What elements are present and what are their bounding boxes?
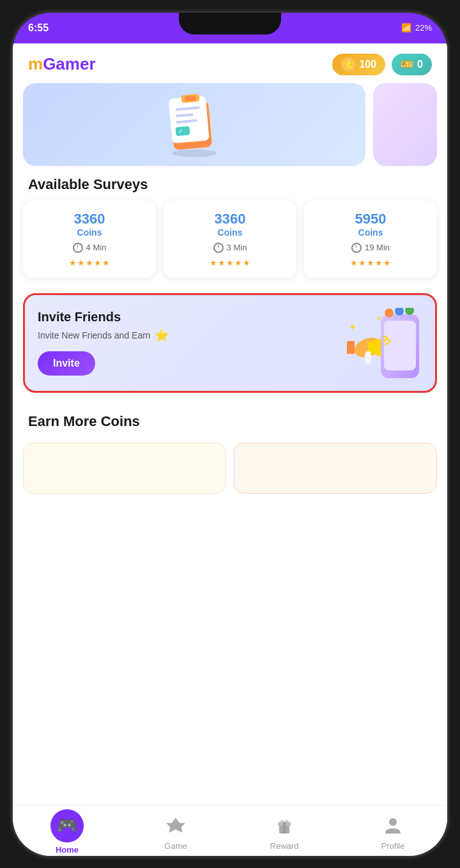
invite-button[interactable]: Invite <box>38 351 95 376</box>
clock-icon-2 <box>213 243 224 253</box>
earn-cards-row <box>13 438 447 494</box>
clock-icon-1 <box>73 243 83 253</box>
svg-point-0 <box>172 149 217 157</box>
nav-item-profile[interactable]: Profile <box>339 813 447 833</box>
banner-card-right[interactable] <box>373 83 437 166</box>
svg-rect-4 <box>185 95 197 102</box>
coins-count: 100 <box>359 59 376 70</box>
clock-icon-3 <box>351 243 362 253</box>
svg-rect-11 <box>384 321 416 370</box>
survey-stars-3: ★★★★★ <box>350 258 392 268</box>
survey-card-2[interactable]: 3360 Coins 3 Min ★★★★★ <box>164 201 296 278</box>
nav-item-reward[interactable]: Reward <box>230 813 339 833</box>
profile-icon <box>380 813 406 833</box>
invite-title: Invite Friends <box>38 310 346 324</box>
clipboard-svg: ✓ <box>159 89 229 160</box>
svg-point-24 <box>389 818 397 826</box>
invite-desc: Invite New Friends and Earn ⭐ <box>38 328 346 342</box>
scroll-content[interactable]: ✓ Available Surveys 3360 Coins <box>13 83 447 833</box>
svg-point-12 <box>385 308 394 317</box>
banner-card-main: ✓ <box>23 83 365 166</box>
survey-coins-label-3: Coins <box>358 227 383 238</box>
survey-coins-3: 5950 <box>355 211 387 227</box>
survey-card-1[interactable]: 3360 Coins 4 Min ★★★★★ <box>23 201 156 278</box>
home-icon: 🎮 <box>50 809 84 833</box>
logo-gamer: Gamer <box>43 54 95 73</box>
survey-coins-label-1: Coins <box>77 227 102 238</box>
survey-coins-2: 3360 <box>215 211 246 227</box>
ticket-badge[interactable]: 🎫 0 <box>392 54 432 75</box>
invite-text-section: Invite Friends Invite New Friends and Ea… <box>38 310 346 376</box>
surveys-row: 3360 Coins 4 Min ★★★★★ 3360 Coins 3 Min <box>13 201 447 288</box>
survey-stars-2: ★★★★★ <box>210 258 251 268</box>
survey-time-1: 4 Min <box>73 243 107 253</box>
survey-coins-1: 3360 <box>74 211 105 227</box>
svg-rect-23 <box>283 822 286 833</box>
ticket-icon: 🎫 <box>401 58 413 70</box>
svg-marker-16 <box>347 341 355 354</box>
earn-card-1[interactable] <box>23 443 226 494</box>
banner-main[interactable]: ✓ <box>23 83 365 166</box>
surveys-section-title: Available Surveys <box>13 166 447 201</box>
survey-time-3: 19 Min <box>351 243 390 253</box>
bottom-nav: 🎮 Home Game <box>13 805 447 833</box>
phone-frame: 6:55 📶 22% mGamer ⭐ 100 🎫 0 <box>13 13 447 856</box>
invite-banner[interactable]: Invite Friends Invite New Friends and Ea… <box>23 293 437 393</box>
top-bar: mGamer ⭐ 100 🎫 0 <box>13 43 447 83</box>
invite-svg: ✦ ✦ <box>346 308 429 385</box>
earn-section-title: Earn More Coins <box>13 403 447 438</box>
svg-point-14 <box>405 308 414 315</box>
invite-coin-icon: ⭐ <box>155 328 169 342</box>
battery-icon: 22% <box>415 23 432 33</box>
coins-badge[interactable]: ⭐ 100 <box>332 54 385 75</box>
notch <box>179 13 281 34</box>
earn-section: Earn More Coins <box>13 403 447 504</box>
game-icon <box>163 813 188 833</box>
svg-text:✦: ✦ <box>349 322 356 332</box>
app-logo: mGamer <box>28 54 96 74</box>
coin-icon: ⭐ <box>341 57 355 72</box>
status-icons: 📶 22% <box>401 23 432 33</box>
ticket-count: 0 <box>417 59 423 70</box>
reward-icon <box>272 813 297 833</box>
svg-rect-2 <box>169 95 210 143</box>
svg-text:✦: ✦ <box>376 315 381 322</box>
svg-rect-18 <box>365 351 371 364</box>
earn-card-2[interactable] <box>234 443 437 494</box>
logo-m: m <box>28 54 43 73</box>
app-screen: mGamer ⭐ 100 🎫 0 <box>13 43 447 833</box>
banner-row: ✓ <box>13 83 447 166</box>
survey-stars-1: ★★★★★ <box>69 258 111 268</box>
survey-card-3[interactable]: 5950 Coins 19 Min ★★★★★ <box>304 201 437 278</box>
nav-item-home[interactable]: 🎮 Home <box>13 809 121 833</box>
survey-time-2: 3 Min <box>213 243 247 253</box>
svg-text:✓: ✓ <box>178 127 184 135</box>
status-time: 6:55 <box>28 22 49 34</box>
top-badges: ⭐ 100 🎫 0 <box>332 54 432 75</box>
survey-coins-label-2: Coins <box>218 227 243 238</box>
signal-icon: 📶 <box>401 23 411 33</box>
invite-illustration: ✦ ✦ <box>346 308 422 378</box>
banner-illustration: ✓ <box>159 83 229 166</box>
nav-item-game[interactable]: Game <box>121 813 230 833</box>
